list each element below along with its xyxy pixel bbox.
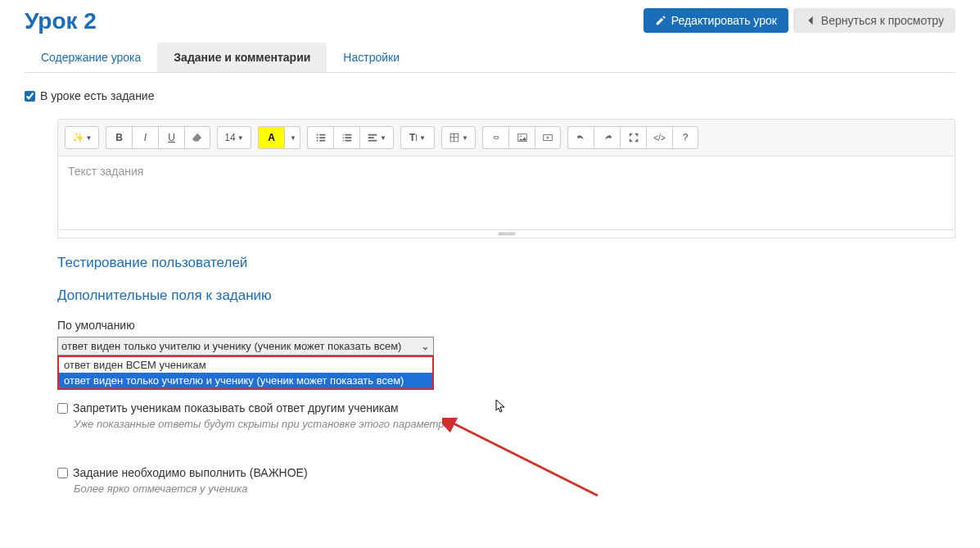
task-content: ✨▼ B I U 14▼ A ▼ ▼ xyxy=(57,119,955,495)
image-icon xyxy=(517,132,528,143)
svg-point-1 xyxy=(520,135,522,137)
bold-button[interactable]: B xyxy=(106,126,132,149)
font-color-button[interactable]: A xyxy=(258,126,284,149)
image-button[interactable] xyxy=(508,126,535,149)
undo-button[interactable] xyxy=(567,126,594,149)
back-label: Вернуться к просмотру xyxy=(821,14,944,27)
eraser-icon xyxy=(192,132,203,143)
visibility-option-all[interactable]: ответ виден ВСЕМ ученикам xyxy=(59,357,432,373)
visibility-option-teacher-student[interactable]: ответ виден только учителю и ученику (уч… xyxy=(59,373,432,388)
redo-icon xyxy=(602,132,613,143)
arrow-left-icon xyxy=(805,15,816,26)
clear-format-button[interactable] xyxy=(184,126,210,149)
edit-lesson-label: Редактировать урок xyxy=(671,14,777,27)
editor-toolbar: ✨▼ B I U 14▼ A ▼ ▼ xyxy=(57,119,955,156)
align-icon xyxy=(367,132,378,143)
tab-task-comments[interactable]: Задание и комментарии xyxy=(157,43,327,72)
ol-button[interactable] xyxy=(333,126,359,149)
important-label: Задание необходимо выполнить (ВАЖНОЕ) xyxy=(73,466,308,479)
chevron-down-icon: ⌄ xyxy=(421,340,430,352)
undo-icon xyxy=(576,132,587,143)
testing-users-link[interactable]: Тестирование пользователей xyxy=(57,255,955,271)
table-button[interactable]: ▼ xyxy=(441,126,476,149)
list-ol-icon xyxy=(341,132,353,143)
ul-button[interactable] xyxy=(307,126,333,149)
has-task-label: В уроке есть задание xyxy=(40,89,154,102)
important-checkbox[interactable] xyxy=(57,468,68,478)
has-task-checkbox[interactable] xyxy=(25,91,35,102)
has-task-checkbox-row[interactable]: В уроке есть задание xyxy=(25,89,955,102)
forbid-checkbox[interactable] xyxy=(57,403,68,414)
edit-lesson-button[interactable]: Редактировать урок xyxy=(644,8,788,33)
visibility-label: По умолчанию xyxy=(57,319,955,332)
fontsize-button[interactable]: 14▼ xyxy=(217,126,251,149)
tabs: Содержание урока Задание и комментарии Н… xyxy=(25,43,955,73)
underline-button[interactable]: U xyxy=(158,126,184,149)
additional-fields-link[interactable]: Дополнительные поля к заданию xyxy=(57,288,955,304)
link-button[interactable] xyxy=(482,126,508,149)
codeview-button[interactable]: </> xyxy=(646,126,672,149)
font-color-dropdown[interactable]: ▼ xyxy=(284,126,300,149)
fullscreen-icon xyxy=(628,132,639,143)
visibility-selected: ответ виден только учителю и ученику (уч… xyxy=(61,340,401,352)
visibility-select[interactable]: ответ виден только учителю и ученику (уч… xyxy=(57,337,434,356)
editor-resize-handle[interactable] xyxy=(57,230,955,238)
forbid-hint: Уже показанные ответы будут скрыты при у… xyxy=(74,418,955,430)
redo-button[interactable] xyxy=(594,126,620,149)
fullscreen-button[interactable] xyxy=(620,126,646,149)
tab-settings[interactable]: Настройки xyxy=(327,43,416,72)
editor-textarea[interactable]: Текст задания xyxy=(57,156,955,230)
list-ul-icon xyxy=(315,132,327,143)
italic-button[interactable]: I xyxy=(132,126,158,149)
important-hint: Более ярко отмечается у ученика xyxy=(74,482,955,495)
important-checkbox-row[interactable]: Задание необходимо выполнить (ВАЖНОЕ) xyxy=(57,466,955,479)
video-button[interactable] xyxy=(535,126,561,149)
forbid-label: Запретить ученикам показывать свой ответ… xyxy=(73,401,399,414)
page-title: Урок 2 xyxy=(25,8,97,34)
tab-content[interactable]: Содержание урока xyxy=(25,43,157,72)
back-button[interactable]: Вернуться к просмотру xyxy=(793,8,955,33)
align-button[interactable]: ▼ xyxy=(359,126,394,149)
page-header: Урок 2 Редактировать урок Вернуться к пр… xyxy=(25,8,955,34)
header-buttons: Редактировать урок Вернуться к просмотру xyxy=(644,8,955,33)
help-button[interactable]: ? xyxy=(672,126,698,149)
table-icon xyxy=(449,132,460,143)
paragraph-button[interactable]: TI▼ xyxy=(400,126,435,149)
video-icon xyxy=(542,132,553,143)
magic-button[interactable]: ✨▼ xyxy=(65,126,99,149)
visibility-dropdown: ответ виден ВСЕМ ученикам ответ виден то… xyxy=(57,356,434,390)
forbid-checkbox-row[interactable]: Запретить ученикам показывать свой ответ… xyxy=(57,401,955,414)
edit-icon xyxy=(655,15,666,26)
link-icon xyxy=(490,132,502,143)
